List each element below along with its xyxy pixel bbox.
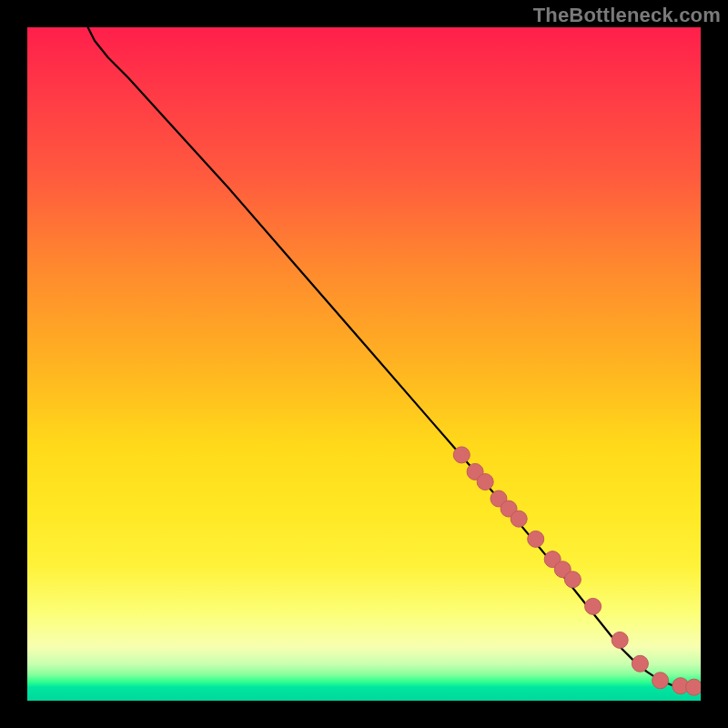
bottleneck-curve [88, 27, 694, 687]
chart-overlay [27, 27, 701, 701]
data-marker [632, 655, 648, 672]
data-marker [477, 474, 493, 490]
plot-area [27, 27, 701, 701]
data-marker [686, 679, 701, 695]
data-marker [564, 571, 581, 588]
data-marker [585, 598, 602, 614]
data-marker [652, 672, 669, 689]
data-marker [612, 632, 628, 648]
marker-group [453, 447, 701, 695]
data-marker [453, 447, 470, 463]
watermark-text: TheBottleneck.com [533, 4, 721, 27]
chart-stage: TheBottleneck.com [0, 0, 728, 728]
data-marker [511, 511, 527, 527]
data-marker [528, 531, 544, 547]
